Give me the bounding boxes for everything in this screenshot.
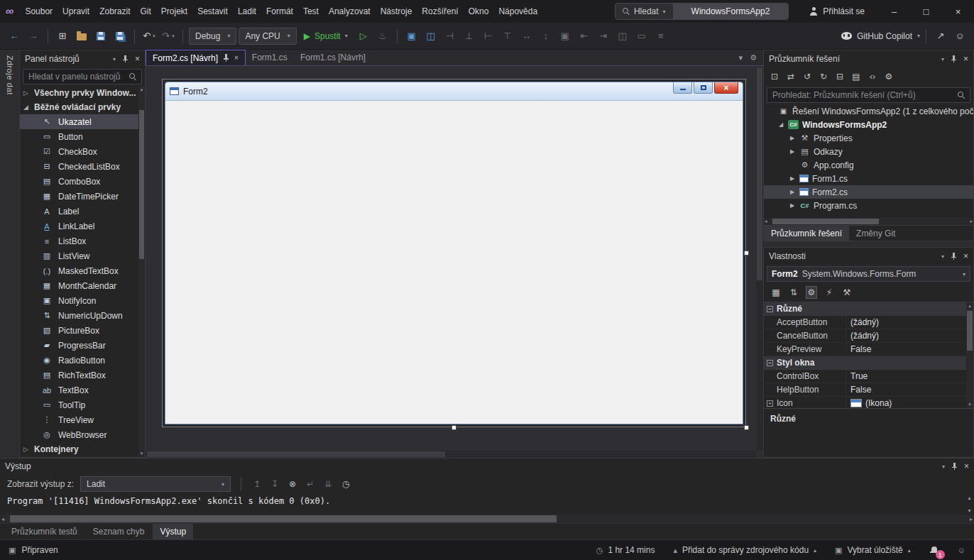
platform-dropdown[interactable]: Any CPU ▾ [239,28,296,45]
word-wrap-icon[interactable]: ↵ [305,478,316,490]
scroll-down-icon[interactable]: ▾ [141,450,143,457]
pin-icon[interactable] [951,55,957,63]
chevron-down-icon[interactable]: ▾ [663,9,666,15]
output-horizontal-scrollbar[interactable]: ◂ ▸ [0,515,974,523]
form-maximize-button[interactable] [694,82,713,94]
solution-name-chip[interactable]: WindowsFormsApp2 [673,4,789,19]
undo-icon[interactable]: ↺ [802,70,812,83]
document-tab[interactable]: Form2.cs [Návrh] × [146,50,246,65]
panel-tab[interactable]: Průzkumník řešení [764,226,849,241]
scroll-left-icon[interactable]: ◂ [1,516,4,522]
scrollbar-thumb[interactable] [772,219,879,224]
sign-in-button[interactable]: Přihlásit se [809,6,865,16]
toolbox-item[interactable]: ⇅ NumericUpDown [20,308,145,323]
property-row[interactable]: − Styl okna [764,356,966,370]
property-row[interactable]: CancelButton (žádný) [764,329,966,343]
search-segment[interactable]: Hledat ▾ [615,4,673,19]
menu-item[interactable]: Projekt [156,4,192,19]
save-all-icon[interactable] [111,28,128,45]
expander-icon[interactable]: ▶ [789,135,796,141]
properties-view-icon[interactable]: ⚙ [806,286,817,299]
property-row[interactable]: + Icon (Ikona) [764,397,966,408]
resize-handle-bottom[interactable] [452,425,456,430]
panel-tab[interactable]: Změny Git [849,226,902,241]
designer-vertical-scrollbar[interactable] [756,66,763,451]
scroll-right-icon[interactable]: ▸ [970,219,973,224]
toolbox-item[interactable]: ▧ PictureBox [20,323,145,338]
menu-item[interactable]: Formát [261,4,298,19]
toolbox-item[interactable]: ▭ Button [20,129,145,144]
document-tab[interactable]: Form1.cs × [246,50,294,65]
solution-search[interactable] [767,87,970,103]
scrollbar-thumb[interactable] [139,110,144,259]
session-time[interactable]: ◷ 1 hr 14 mins [596,545,655,555]
scrollbar-thumb[interactable] [147,451,445,457]
designer-canvas[interactable]: Form2 × [146,66,763,458]
tree-row[interactable]: ◢ C# WindowsFormsApp2 [764,118,973,131]
toolbox-item[interactable]: ≡ ListBox [20,234,145,248]
debug-target-dropdown[interactable]: Debug ▾ [189,28,236,45]
toolbox-item[interactable]: A LinkLabel [20,219,145,234]
property-row[interactable]: AcceptButton (žádný) [764,316,966,329]
pending-changes-filter-icon[interactable]: ⇄ [786,70,796,83]
navigate-back-icon[interactable]: ← [6,28,23,45]
events-icon[interactable]: ⚡ [823,286,835,299]
toolbox-scrollbar[interactable]: ▴ ▾ [138,86,145,457]
scroll-up-icon[interactable]: ▴ [968,495,970,501]
property-row[interactable]: ControlBox True [764,370,966,383]
solution-horizontal-scrollbar[interactable]: ◂ ▸ [764,218,973,225]
vertical-spacing-icon[interactable]: ⇥ [595,28,612,45]
titlebar-search[interactable]: Hledat ▾ WindowsFormsApp2 [615,3,789,20]
scroll-down-icon[interactable]: ▾ [968,507,970,514]
toolbox-item[interactable]: A Label [20,204,145,219]
output-source-dropdown[interactable]: Ladit ▾ [80,476,231,492]
add-to-source-control-button[interactable]: ▴ Přidat do správy zdrojového kódu ▴ [673,545,816,555]
same-size-icon[interactable]: ▣ [557,28,574,45]
view-code-icon[interactable]: ‹› [868,70,877,83]
panel-tab[interactable]: Průzkumník testů [4,524,84,539]
clear-all-icon[interactable]: ⊗ [287,478,298,490]
scroll-down-icon[interactable]: ▾ [968,402,971,407]
pin-icon[interactable] [122,55,128,63]
minimize-button[interactable]: – [878,0,910,23]
scroll-left-icon[interactable]: ◂ [765,219,767,224]
object-selector-dropdown[interactable]: Form2 System.Windows.Forms.Form ▾ [767,266,970,282]
menu-item[interactable]: Test [298,4,324,19]
scrollbar-thumb[interactable] [967,311,973,351]
toolbox-item[interactable]: ▣ NotifyIcon [20,293,145,308]
toolbox-item[interactable]: ⋮ TreeView [20,412,145,427]
sidebar-tab-data-sources[interactable]: Zdroje dat [6,55,14,95]
menu-item[interactable]: Upravit [58,4,94,19]
menu-item[interactable]: Analyzovat [324,4,376,19]
menu-item[interactable]: Zobrazit [94,4,135,19]
close-icon[interactable]: × [135,55,140,63]
solution-search-input[interactable] [772,90,953,100]
next-message-icon[interactable]: ↧ [269,478,280,490]
menu-item[interactable]: Ladit [233,4,261,19]
form-close-button[interactable]: × [714,82,738,94]
panel-tab[interactable]: Seznam chyb [86,524,152,539]
navigate-forward-icon[interactable]: → [25,28,42,45]
menu-item[interactable]: Rozšíření [417,4,463,19]
scroll-right-icon[interactable]: ▸ [970,516,973,522]
property-row[interactable]: − Různé [764,302,966,316]
previous-message-icon[interactable]: ↥ [251,478,263,490]
align-rights-icon[interactable]: ⊢ [480,28,497,45]
live-share-icon[interactable]: ↗ [932,28,949,45]
menu-item[interactable]: Sestavit [192,4,233,19]
timestamps-icon[interactable]: ◷ [340,478,351,490]
tree-row[interactable]: ▶ Form1.cs [764,172,973,185]
toolbox-item[interactable]: ▤ ComboBox [20,174,145,189]
toolbox-item[interactable]: ▥ ListView [20,248,145,263]
toolbox-group-common-controls[interactable]: ◢ Běžné ovládací prvky [20,100,145,114]
close-icon[interactable]: × [963,55,968,63]
toolbox-item[interactable]: (.) MaskedTextBox [20,263,145,278]
properties-scrollbar[interactable]: ▴ ▾ [966,302,973,408]
expander-icon[interactable]: ◢ [777,121,784,128]
toolbox-group-all-windows-forms[interactable]: ▷ Všechny prvky Window... [20,86,145,100]
toolbox-group-containers[interactable]: ▷ Kontejnery [20,442,145,456]
close-icon[interactable]: × [963,252,968,260]
autoscroll-icon[interactable]: ⇊ [322,478,334,490]
send-to-back-icon[interactable]: ▭ [633,28,650,45]
chevron-down-icon[interactable]: ▾ [113,56,116,62]
